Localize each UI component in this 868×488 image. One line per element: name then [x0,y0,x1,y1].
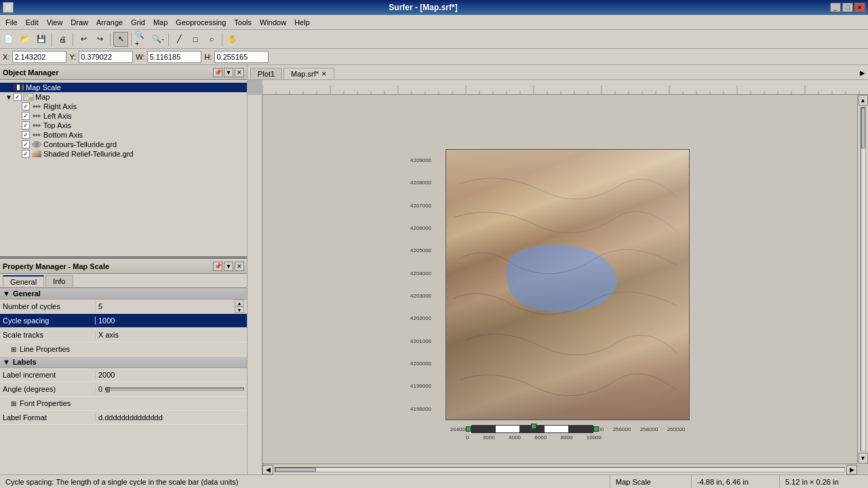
angle-slider[interactable] [105,388,244,390]
menu-file[interactable]: File [1,17,22,28]
label-increment-value[interactable]: 2000 [95,371,247,379]
prop-row-line-properties[interactable]: ⊞ Line Properties [0,342,247,357]
title-controls: _ □ ✕ [830,3,865,12]
angle-label: Angle (degrees) [0,385,95,393]
cycle-spacing-value[interactable]: 1000 [95,317,247,325]
tab-scroll-right[interactable]: ▶ [857,66,868,79]
tree-item-left-axis[interactable]: Left Axis [0,111,247,121]
draw-ellipse-button[interactable]: ○ [204,32,219,47]
num-cycles-spinner[interactable]: ▲ ▼ [235,300,244,313]
v-scroll-up[interactable]: ▲ [859,95,868,106]
prop-row-num-cycles: Number of cycles 5 ▲ ▼ [0,300,247,314]
scale-handle-left[interactable] [466,426,471,432]
num-cycles-up[interactable]: ▲ [235,300,244,306]
maximize-button[interactable]: □ [842,3,853,12]
menu-view[interactable]: View [43,17,67,28]
line-properties-expand[interactable]: ⊞ [11,346,16,353]
v-scroll-down[interactable]: ▼ [859,453,868,464]
doc-tab-mapsrf-close[interactable]: ✕ [321,70,327,77]
checkbox-contours[interactable] [22,140,30,148]
scale-seg-5 [569,425,593,433]
checkbox-right-axis[interactable] [22,102,30,110]
undo-button[interactable]: ↩ [76,32,91,47]
zoom-out-button[interactable]: 🔍- [151,32,165,47]
new-button[interactable]: 📄 [1,32,16,47]
general-expand-icon[interactable]: ▼ [3,289,10,298]
menu-draw[interactable]: Draw [66,17,92,28]
v-scroll-track[interactable] [861,107,866,451]
save-button[interactable]: 💾 [34,32,49,47]
prop-row-font-properties[interactable]: ⊞ Font Properties [0,396,247,411]
tree-item-right-axis[interactable]: Right Axis [0,102,247,111]
menu-grid[interactable]: Grid [127,17,149,28]
h-input[interactable] [214,51,269,63]
tab-general[interactable]: General [3,275,44,287]
toolbar-sep-4 [131,33,132,46]
angle-slider-thumb[interactable] [106,387,110,392]
labels-expand-icon[interactable]: ▼ [3,358,10,366]
scale-handle-center[interactable] [531,424,536,429]
doc-tab-plot1[interactable]: Plot1 [250,68,282,79]
tree-item-bottom-axis[interactable]: Bottom Axis [0,130,247,140]
obj-mgr-close-button[interactable]: ✕ [235,68,244,77]
menu-map[interactable]: Map [149,17,172,28]
doc-tab-mapsrf[interactable]: Map.srf* ✕ [283,68,334,79]
checkbox-shaded-relief[interactable] [22,150,30,158]
h-scroll-track[interactable] [275,467,845,472]
menu-help[interactable]: Help [290,17,314,28]
app-icon[interactable]: S [3,2,14,13]
h-scrollbar[interactable]: ◀ ▶ [262,464,857,474]
label-format-value[interactable]: d.dddddddddddddd [95,413,247,422]
angle-value: 0 [98,385,102,393]
menu-arrange[interactable]: Arrange [92,17,127,28]
pan-button[interactable]: ✋ [225,32,240,47]
scale-seg-4 [545,425,569,433]
canvas[interactable]: 244000 246000 248000 250000 252000 25400… [248,80,868,474]
draw-rect-button[interactable]: □ [188,32,203,47]
tree-item-top-axis[interactable]: Top Axis [0,121,247,130]
cycle-spacing-label: Cycle spacing [0,317,95,325]
checkbox-top-axis[interactable] [22,121,30,129]
v-scrollbar[interactable]: ▲ ▼ [857,95,868,464]
scale-tracks-value: X axis [95,331,247,339]
tree-item-map[interactable]: ▼ Map [0,92,247,102]
prop-row-cycle-spacing[interactable]: Cycle spacing 1000 [0,314,247,328]
checkbox-bottom-axis[interactable] [22,131,30,139]
menu-window[interactable]: Window [256,17,290,28]
tree-item-map-scale[interactable]: Map Scale [0,83,247,92]
menu-bar: File Edit View Draw Arrange Grid Map Geo… [0,15,868,30]
v-scroll-thumb[interactable] [861,108,865,148]
obj-mgr-float-button[interactable]: ▼ [224,68,233,77]
select-button[interactable]: ↖ [113,32,128,47]
open-button[interactable]: 📂 [18,32,33,47]
obj-mgr-pin-button[interactable]: 📌 [213,68,222,77]
tab-info[interactable]: Info [45,275,73,287]
menu-tools[interactable]: Tools [230,17,256,28]
print-button[interactable]: 🖨 [55,32,70,47]
draw-line-button[interactable]: ╱ [172,32,186,47]
minimize-button[interactable]: _ [830,3,841,12]
checkbox-map[interactable] [14,93,22,101]
h-scroll-right[interactable]: ▶ [846,465,857,474]
h-scroll-thumb[interactable] [275,468,316,472]
scale-handle-right[interactable] [593,426,599,432]
menu-geoprocessing[interactable]: Geoprocessing [172,17,230,28]
font-properties-expand[interactable]: ⊞ [11,400,16,407]
zoom-in-button[interactable]: 🔍+ [134,32,149,47]
prop-mgr-pin-button[interactable]: 📌 [213,262,222,271]
x-input[interactable] [12,51,66,63]
h-scroll-left[interactable]: ◀ [262,465,273,474]
toolbar-sep-3 [110,33,111,46]
prop-mgr-float-button[interactable]: ▼ [224,262,233,271]
w-input[interactable] [147,51,201,63]
tree-item-shaded-relief[interactable]: Shaded Relief-Telluride.grd [0,149,247,159]
num-cycles-down[interactable]: ▼ [235,306,244,313]
prop-mgr-close-button[interactable]: ✕ [235,262,244,271]
tree-item-contours[interactable]: Contours-Telluride.grd [0,140,247,149]
redo-button[interactable]: ↪ [92,32,107,47]
close-button[interactable]: ✕ [854,3,865,12]
map-content[interactable]: 244000 246000 248000 250000 252000 25400… [262,95,868,474]
menu-edit[interactable]: Edit [22,17,43,28]
checkbox-left-axis[interactable] [22,112,30,120]
y-input[interactable] [79,51,133,63]
